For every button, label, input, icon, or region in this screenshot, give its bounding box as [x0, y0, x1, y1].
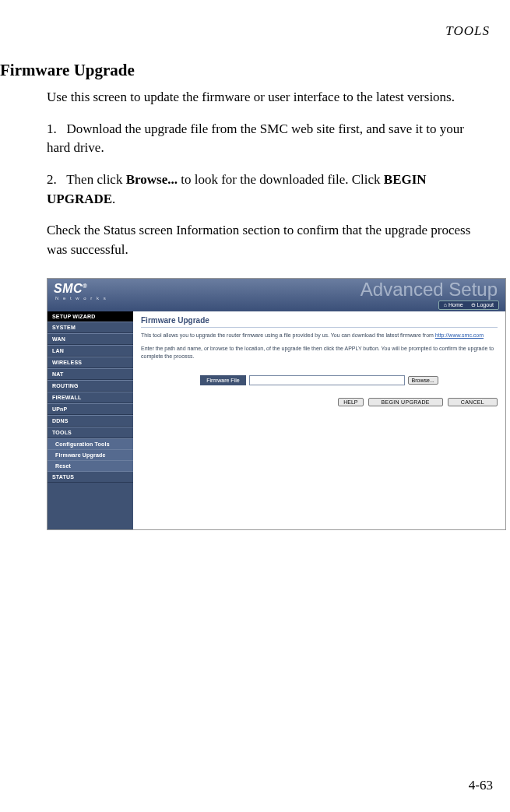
browse-button[interactable]: Browse...: [408, 376, 438, 385]
step-2-text-e: .: [112, 192, 115, 206]
sidebar-ddns[interactable]: DDNS: [47, 415, 133, 427]
step-2: 2. Then click Browse... to look for the …: [47, 170, 485, 209]
content-para-1: This tool allows you to upgrade the rout…: [141, 332, 498, 340]
sidebar: SETUP WIZARD SYSTEM WAN LAN WIRELESS NAT…: [47, 311, 133, 529]
sidebar-wan[interactable]: WAN: [47, 333, 133, 345]
brand-logo: SMC®: [54, 282, 87, 296]
sidebar-status[interactable]: STATUS: [47, 471, 133, 483]
sidebar-reset[interactable]: Reset: [47, 460, 133, 471]
section-heading: Firmware Upgrade: [0, 61, 494, 80]
content-area: Firmware Upgrade This tool allows you to…: [133, 311, 505, 529]
page-header-label: TOOLS: [0, 23, 494, 39]
logout-link[interactable]: Logout: [471, 302, 494, 308]
sidebar-lan[interactable]: LAN: [47, 345, 133, 357]
sidebar-config-tools[interactable]: Configuration Tools: [47, 438, 133, 449]
firmware-file-row: Firmware File Browse...: [141, 375, 498, 385]
action-buttons: HELP BEGIN UPGRADE CANCEL: [141, 398, 498, 406]
page-number: 4-63: [469, 778, 493, 793]
top-links: Home Logout: [438, 301, 499, 310]
sidebar-firewall[interactable]: FIREWALL: [47, 392, 133, 403]
step-1-text: Download the upgrade file from the SMC w…: [47, 121, 464, 156]
sidebar-nat[interactable]: NAT: [47, 368, 133, 380]
brand-subtext: N e t w o r k s: [55, 296, 107, 301]
content-p1a: This tool allows you to upgrade the rout…: [141, 332, 435, 338]
home-link[interactable]: Home: [444, 302, 463, 308]
sidebar-routing[interactable]: ROUTING: [47, 380, 133, 392]
sidebar-system[interactable]: SYSTEM: [47, 322, 133, 333]
advanced-setup-label: Advanced Setup: [361, 279, 498, 301]
sidebar-firmware-upgrade[interactable]: Firmware Upgrade: [47, 449, 133, 460]
content-title: Firmware Upgrade: [141, 316, 498, 328]
banner: SMC® N e t w o r k s Advanced Setup Home…: [47, 279, 505, 311]
content-para-2: Enter the path and name, or browse to th…: [141, 345, 498, 361]
router-screenshot: SMC® N e t w o r k s Advanced Setup Home…: [47, 278, 506, 530]
step-2-number: 2.: [47, 172, 57, 187]
step-1: 1. Download the upgrade file from the SM…: [47, 120, 485, 158]
help-button[interactable]: HELP: [338, 398, 363, 406]
cancel-button[interactable]: CANCEL: [448, 398, 498, 406]
sidebar-upnp[interactable]: UPnP: [47, 403, 133, 415]
firmware-file-input[interactable]: [249, 375, 405, 385]
begin-upgrade-button[interactable]: BEGIN UPGRADE: [368, 398, 443, 406]
post-text: Check the Status screen Information sect…: [47, 221, 485, 259]
brand-reg: ®: [83, 283, 87, 290]
smc-link[interactable]: http://www.smc.com: [435, 332, 484, 338]
sidebar-setup-wizard[interactable]: SETUP WIZARD: [47, 311, 133, 322]
step-1-number: 1.: [47, 121, 57, 136]
step-2-text-c: to look for the downloaded file. Click: [178, 172, 384, 187]
firmware-file-label: Firmware File: [200, 375, 245, 385]
screenshot-body: SETUP WIZARD SYSTEM WAN LAN WIRELESS NAT…: [47, 311, 505, 529]
step-2-browse: Browse...: [126, 172, 178, 187]
step-2-text-a: Then click: [66, 172, 125, 187]
sidebar-tools[interactable]: TOOLS: [47, 427, 133, 438]
sidebar-wireless[interactable]: WIRELESS: [47, 357, 133, 368]
intro-text: Use this screen to update the firmware o…: [47, 88, 485, 107]
brand-text: SMC: [54, 282, 83, 295]
